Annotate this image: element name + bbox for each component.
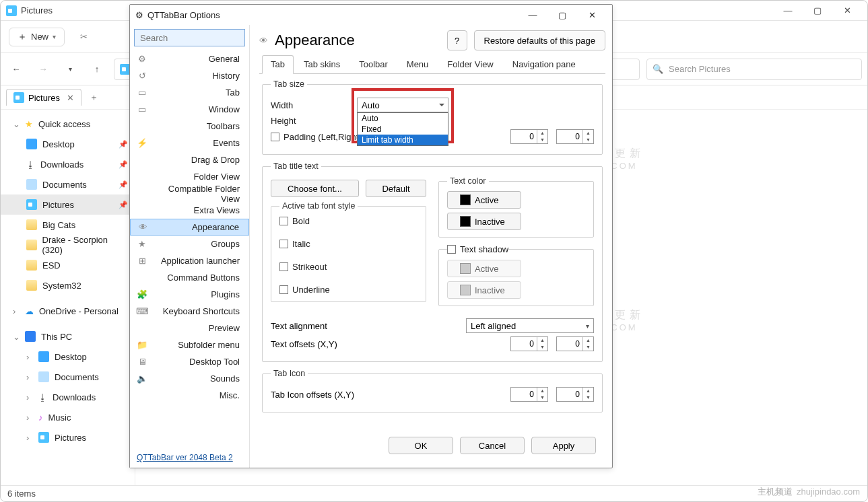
dialog-title: QTTabBar Options — [147, 10, 220, 20]
sidebar-item-bigcats[interactable]: Big Cats — [1, 215, 135, 235]
category-preview[interactable]: Preview — [130, 320, 249, 336]
dialog-maximize-button[interactable]: ▢ — [547, 5, 577, 24]
cancel-button[interactable]: Cancel — [460, 437, 525, 454]
cut-icon[interactable]: ✂ — [74, 28, 93, 46]
options-dialog: ⚙QTTabBar Options — ▢ ✕ ⚙General↺History… — [129, 4, 613, 468]
ok-button[interactable]: OK — [389, 437, 453, 454]
width-option-fixed[interactable]: Fixed — [358, 124, 448, 135]
text-offset-y-spinner[interactable]: ▲▼ — [556, 336, 594, 351]
strikeout-checkbox[interactable]: Strikeout — [279, 262, 418, 272]
alignment-select[interactable]: Left aligned — [466, 318, 594, 333]
sidebar-pc-downloads[interactable]: ›⭳Downloads — [1, 387, 135, 407]
text-shadow-checkbox[interactable]: Text shadow — [447, 244, 508, 254]
icon-offset-y-spinner[interactable]: ▲▼ — [556, 387, 594, 402]
add-tab-button[interactable]: ＋ — [84, 89, 104, 106]
category-events[interactable]: ⚡Events — [130, 135, 249, 151]
category-window[interactable]: ▭Window — [130, 101, 249, 118]
category-keyboard-shortcuts[interactable]: ⌨Keyboard Shortcuts — [130, 303, 249, 320]
sidebar-item-pictures[interactable]: Pictures📌 — [1, 194, 135, 215]
help-button[interactable]: ? — [447, 30, 467, 50]
text-offset-x-spinner[interactable]: ▲▼ — [510, 336, 548, 351]
category-toolbars[interactable]: Toolbars — [130, 118, 249, 135]
category-application-launcher[interactable]: ⊞Application launcher — [130, 252, 249, 269]
shadow-inactive-button[interactable]: Inactive — [447, 281, 521, 299]
sidebar-item-desktop[interactable]: Desktop📌 — [1, 134, 135, 154]
category-compatible-folder-view[interactable]: Compatible Folder View — [130, 185, 249, 202]
apply-button[interactable]: Apply — [531, 437, 596, 454]
back-button[interactable]: ← — [6, 64, 26, 74]
active-font-group: Active tab font style Bold Italic Strike… — [271, 201, 426, 302]
chevron-down-icon[interactable]: ▾ — [60, 65, 80, 73]
category-groups[interactable]: ★Groups — [130, 236, 249, 252]
padding-left-spinner[interactable]: ▲▼ — [510, 129, 548, 144]
bold-checkbox[interactable]: Bold — [279, 216, 418, 226]
category-sounds[interactable]: 🔈Sounds — [130, 370, 249, 387]
category-tab[interactable]: ▭Tab — [130, 84, 249, 101]
sidebar-pc-desktop[interactable]: ›Desktop — [1, 347, 135, 367]
height-label: Height — [271, 116, 338, 126]
sidebar-quick-access[interactable]: ⌄★Quick access — [1, 114, 135, 134]
minimize-button[interactable]: — — [773, 1, 803, 20]
icon-offset-x-spinner[interactable]: ▲▼ — [510, 387, 548, 402]
category-icon: ★ — [135, 239, 149, 249]
subtab-navigation-pane[interactable]: Navigation pane — [504, 55, 585, 74]
search-box[interactable]: 🔍Search Pictures — [646, 59, 862, 80]
chevron-right-icon: › — [26, 352, 33, 362]
category-misc-[interactable]: Misc. — [130, 387, 249, 404]
category-icon: 🧩 — [135, 289, 149, 299]
subtab-tab-skins[interactable]: Tab skins — [295, 55, 349, 74]
forward-button[interactable]: → — [33, 64, 53, 74]
up-button[interactable]: ↑ — [87, 64, 107, 74]
sidebar-item-esd[interactable]: ESD — [1, 255, 135, 275]
sidebar-item-documents[interactable]: Documents📌 — [1, 174, 135, 194]
inactive-color-button[interactable]: Inactive — [447, 213, 521, 230]
dialog-close-button[interactable]: ✕ — [577, 5, 607, 24]
maximize-button[interactable]: ▢ — [803, 1, 832, 20]
sidebar-item-system32[interactable]: System32 — [1, 275, 135, 295]
underline-checkbox[interactable]: Underline — [279, 285, 418, 295]
version-link[interactable]: QTTabBar ver 2048 Beta 2 — [130, 447, 249, 468]
sidebar-pc-music[interactable]: ›♪Music — [1, 407, 135, 427]
padding-right-spinner[interactable]: ▲▼ — [556, 129, 594, 144]
category-history[interactable]: ↺History — [130, 67, 249, 84]
subtab-menu[interactable]: Menu — [398, 55, 438, 74]
new-button[interactable]: ＋New▾ — [9, 28, 65, 46]
category-drag-drop[interactable]: Drag & Drop — [130, 151, 249, 168]
category-desktop-tool[interactable]: 🖥Desktop Tool — [130, 353, 249, 370]
subtab-tab[interactable]: Tab — [262, 55, 294, 74]
download-icon: ⭳ — [26, 159, 35, 170]
restore-defaults-button[interactable]: Restore defaults of this page — [474, 30, 606, 50]
default-font-button[interactable]: Default — [366, 180, 426, 197]
width-option-auto[interactable]: Auto — [358, 113, 448, 124]
category-appearance[interactable]: 👁Appearance — [130, 219, 249, 236]
italic-checkbox[interactable]: Italic — [279, 239, 418, 249]
category-extra-views[interactable]: Extra Views — [130, 202, 249, 219]
category-folder-view[interactable]: Folder View — [130, 168, 249, 185]
explorer-tab[interactable]: Pictures✕ — [6, 89, 81, 106]
padding-checkbox[interactable]: Padding (Left,Right) — [271, 132, 362, 142]
sidebar-onedrive[interactable]: ›☁OneDrive - Personal — [1, 301, 135, 321]
choose-font-button[interactable]: Choose font... — [271, 180, 359, 197]
width-combobox[interactable]: Auto — [357, 98, 448, 112]
tabicon-legend: Tab Icon — [271, 369, 308, 378]
subtab-toolbar[interactable]: Toolbar — [350, 55, 397, 74]
options-search-input[interactable] — [134, 29, 245, 46]
sidebar-this-pc[interactable]: ⌄This PC — [1, 326, 135, 347]
close-button[interactable]: ✕ — [832, 1, 862, 20]
sidebar-pc-pictures[interactable]: ›Pictures — [1, 427, 135, 447]
category-general[interactable]: ⚙General — [130, 50, 249, 67]
pin-icon: 📌 — [119, 160, 128, 169]
category-command-buttons[interactable]: Command Buttons — [130, 269, 249, 286]
width-option-limit[interactable]: Limit tab width — [358, 135, 448, 145]
active-color-button[interactable]: Active — [447, 191, 521, 209]
shadow-active-button[interactable]: Active — [447, 260, 521, 277]
sidebar-item-downloads[interactable]: ⭳Downloads📌 — [1, 154, 135, 174]
subtab-folder-view[interactable]: Folder View — [438, 55, 502, 74]
pc-icon — [25, 331, 36, 342]
category-plugins[interactable]: 🧩Plugins — [130, 286, 249, 303]
sidebar-pc-documents[interactable]: ›Documents — [1, 367, 135, 387]
sidebar-item-drake[interactable]: Drake - Scorpion (320) — [1, 235, 135, 255]
dialog-minimize-button[interactable]: — — [518, 5, 547, 24]
close-tab-icon[interactable]: ✕ — [67, 93, 74, 103]
category-subfolder-menu[interactable]: 📁Subfolder menu — [130, 336, 249, 353]
